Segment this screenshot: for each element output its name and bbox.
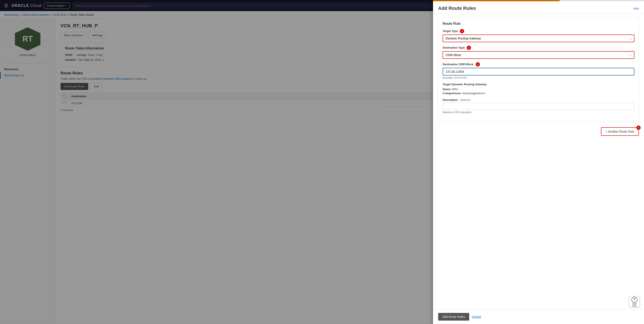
modal-footer: Add Route Rules Cancel xyxy=(433,309,644,324)
modal-title: Add Route Rules xyxy=(438,6,476,11)
modal-body: Route Rule Target Type 1 Dynamic Routing… xyxy=(433,14,644,309)
destination-cidr-group: Destination CIDR Block 3 Example: 10.0.0… xyxy=(442,62,634,79)
destination-type-badge: 2 xyxy=(467,46,471,50)
target-drg-section: Target Dynamic Routing Gateway Name: DRG… xyxy=(442,83,634,95)
modal-overlay[interactable]: Add Route Rules Help Route Rule Target T… xyxy=(0,0,644,324)
help-grid-icon xyxy=(632,303,636,306)
drg-compartment: Compartment: IwanHoogendoorn xyxy=(442,92,634,95)
modal-panel: Add Route Rules Help Route Rule Target T… xyxy=(433,0,644,324)
target-type-select[interactable]: Dynamic Routing Gateway xyxy=(442,34,634,42)
modal-help-link[interactable]: Help xyxy=(633,7,639,10)
another-route-rule-button[interactable]: + Another Route Rule xyxy=(601,127,639,136)
description-optional: Optional xyxy=(460,98,470,102)
floating-help-button[interactable]: ? xyxy=(629,296,640,307)
route-rule-box: Route Rule Target Type 1 Dynamic Routing… xyxy=(438,17,639,122)
route-rule-box-title: Route Rule xyxy=(442,22,634,26)
destination-cidr-badge: 3 xyxy=(476,62,480,66)
description-input[interactable] xyxy=(442,103,634,110)
target-type-select-wrapper: Dynamic Routing Gateway xyxy=(442,34,634,42)
destination-type-label: Destination Type 2 xyxy=(442,46,634,50)
submit-add-route-rules-button[interactable]: Add Route Rules xyxy=(438,313,469,320)
modal-header: Add Route Rules Help xyxy=(433,1,644,14)
description-label: Description Optional xyxy=(442,98,634,102)
target-type-badge: 1 xyxy=(460,29,464,33)
target-drg-title: Target Dynamic Routing Gateway xyxy=(442,83,634,86)
another-route-badge: 4 xyxy=(636,126,640,130)
destination-type-select[interactable]: CIDR Block xyxy=(442,51,634,59)
description-max-hint: Maximum 255 characters xyxy=(442,111,634,114)
destination-cidr-label: Destination CIDR Block 3 xyxy=(442,62,634,66)
another-route-btn-wrapper: + Another Route Rule 4 xyxy=(601,127,639,136)
destination-cidr-example: Example: 10.0.0.0/24 xyxy=(442,76,634,79)
target-type-group: Target Type 1 Dynamic Routing Gateway xyxy=(442,29,634,42)
drg-name: Name: DRG xyxy=(442,88,634,91)
destination-type-select-wrapper: CIDR Block xyxy=(442,51,634,59)
description-group: Description Optional Maximum 255 charact… xyxy=(442,98,634,114)
target-type-label: Target Type 1 xyxy=(442,29,634,33)
footer-left: Add Route Rules Cancel xyxy=(438,313,481,320)
destination-cidr-input[interactable] xyxy=(442,68,634,76)
another-route-btn-area: + Another Route Rule 4 xyxy=(438,125,639,138)
destination-type-group: Destination Type 2 CIDR Block xyxy=(442,46,634,59)
cancel-button[interactable]: Cancel xyxy=(472,315,481,318)
help-circle-icon: ? xyxy=(632,297,638,303)
